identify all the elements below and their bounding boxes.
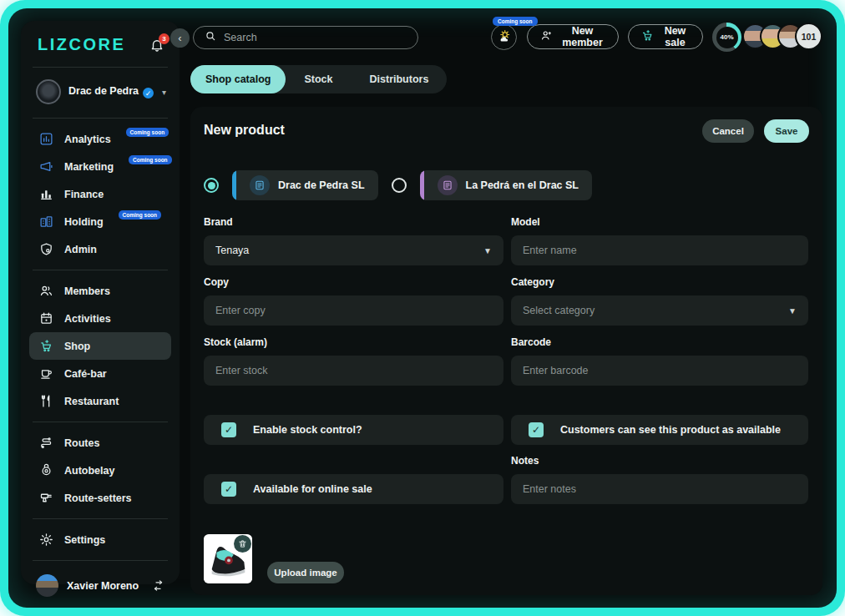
verified-badge-icon: ✓ — [143, 88, 154, 98]
model-input[interactable] — [523, 245, 797, 256]
radio-company-2[interactable] — [392, 178, 407, 193]
new-member-button[interactable]: New member — [527, 24, 619, 49]
capacity-progress-value: 40% — [716, 27, 738, 48]
capacity-progress-ring[interactable]: 40% — [712, 23, 741, 52]
members-overflow-count: 101 — [795, 23, 822, 50]
sidebar-item-marketing[interactable]: Marketing Coming soon — [29, 153, 171, 180]
cart-plus-icon — [39, 339, 53, 353]
weather-button[interactable] — [491, 24, 517, 50]
notification-count-badge: 3 — [159, 33, 170, 44]
sidebar-item-restaurant[interactable]: Restaurant — [29, 387, 171, 415]
company-chip-2[interactable]: La Pedrá en el Drac SL — [420, 170, 592, 200]
sidebar-collapse-button[interactable]: ‹ — [170, 28, 190, 48]
page-title: New product — [204, 123, 285, 138]
chevron-down-icon: ▼ — [788, 306, 797, 316]
category-select[interactable]: Select category ▼ — [511, 295, 808, 326]
users-icon — [39, 284, 53, 298]
sidebar-item-holding[interactable]: Holding Coming soon — [29, 208, 171, 235]
coming-soon-badge: Coming soon — [493, 17, 538, 26]
current-user[interactable]: Xavier Moreno — [21, 566, 180, 608]
bar-chart-icon — [39, 187, 53, 201]
product-image-thumbnail — [204, 534, 252, 583]
delete-image-button[interactable] — [234, 535, 251, 553]
org-name: Drac de Pedra✓ — [68, 85, 154, 99]
company-selector: Drac de Pedra SL La Pedrá en el Drac SL — [204, 170, 592, 200]
sidebar-item-activities[interactable]: Activities — [29, 305, 171, 332]
cart-icon — [641, 29, 654, 44]
chevron-down-icon: ▾ — [162, 88, 166, 97]
sidebar-nav: Settings — [21, 524, 180, 555]
coffee-cup-icon — [39, 366, 53, 381]
new-product-card: New product Cancel Save Drac de Pedra SL… — [190, 107, 822, 595]
sidebar-item-analytics[interactable]: Analytics Coming soon — [29, 125, 171, 153]
sidebar: LIZCORE 3 Drac de Pedra✓ ▾ Analytics Com… — [21, 21, 180, 584]
drill-icon — [39, 491, 53, 505]
sidebar-nav: Members Activities Shop Café-bar Restaur… — [21, 275, 180, 417]
members-avatar-stack[interactable]: 101 — [742, 23, 822, 50]
sidebar-nav: Analytics Coming soon Marketing Coming s… — [21, 124, 180, 265]
company-accent-bar — [232, 170, 236, 200]
buildings-icon — [39, 215, 53, 229]
radio-company-1[interactable] — [204, 178, 219, 193]
cancel-button[interactable]: Cancel — [702, 119, 754, 143]
company-chip-1[interactable]: Drac de Pedra SL — [232, 170, 378, 200]
notes-label: Notes — [511, 455, 808, 467]
tab-distributors[interactable]: Distributors — [352, 65, 448, 93]
online-sale-checkbox[interactable] — [221, 482, 236, 497]
sidebar-item-finance[interactable]: Finance — [29, 180, 171, 208]
coming-soon-badge: Coming soon — [126, 128, 170, 137]
stock-control-checkbox[interactable] — [221, 422, 236, 437]
category-label: Category — [511, 276, 808, 288]
upload-image-button[interactable]: Upload image — [267, 562, 344, 583]
calendar-icon — [39, 311, 53, 326]
copy-label: Copy — [204, 276, 503, 288]
device-frame: LIZCORE 3 Drac de Pedra✓ ▾ Analytics Com… — [0, 0, 845, 616]
app-window: LIZCORE 3 Drac de Pedra✓ ▾ Analytics Com… — [8, 8, 837, 608]
barcode-label: Barcode — [511, 336, 808, 348]
barcode-field — [511, 356, 808, 386]
sidebar-item-shop[interactable]: Shop — [29, 332, 171, 360]
stock-input[interactable] — [215, 365, 492, 376]
org-selector[interactable]: Drac de Pedra✓ ▾ — [21, 73, 180, 113]
coming-soon-badge: Coming soon — [129, 155, 172, 164]
tab-stock[interactable]: Stock — [286, 65, 351, 93]
divider — [33, 518, 168, 519]
divider — [33, 118, 168, 119]
tab-shop-catalog[interactable]: Shop catalog — [190, 65, 286, 93]
copy-field — [204, 295, 503, 326]
divider — [33, 560, 168, 561]
coming-soon-badge: Coming soon — [119, 210, 162, 220]
sidebar-item-routes[interactable]: Routes — [29, 429, 171, 457]
user-avatar — [36, 574, 58, 597]
barcode-input[interactable] — [523, 365, 797, 376]
sidebar-header: LIZCORE 3 — [21, 21, 180, 62]
brand-label: Brand — [204, 216, 503, 228]
sidebar-item-cafe-bar[interactable]: Café-bar — [29, 360, 171, 387]
invoice-icon — [250, 175, 270, 195]
route-icon — [39, 436, 53, 450]
brand-logo: LIZCORE — [38, 35, 125, 54]
copy-input[interactable] — [215, 305, 492, 316]
model-field — [511, 235, 808, 265]
notifications-bell-icon[interactable]: 3 — [149, 38, 164, 53]
visible-to-customers-checkbox[interactable] — [529, 422, 544, 437]
shop-tabs: Shop catalog Stock Distributors — [190, 65, 447, 93]
sidebar-item-autobelay[interactable]: Autobelay — [29, 457, 171, 484]
new-sale-button[interactable]: New sale — [628, 24, 703, 49]
user-name: Xavier Moreno — [67, 580, 139, 592]
sidebar-item-route-setters[interactable]: Route-setters — [29, 484, 171, 512]
save-button[interactable]: Save — [764, 119, 809, 143]
search-icon — [205, 30, 216, 45]
stock-field — [204, 356, 503, 386]
sidebar-nav: Routes Autobelay Route-setters — [21, 427, 180, 513]
sidebar-item-admin[interactable]: Admin — [29, 235, 171, 263]
sidebar-item-members[interactable]: Members — [29, 277, 171, 305]
stock-control-checkbox-panel: Enable stock control? — [204, 415, 503, 445]
gear-icon — [39, 533, 53, 547]
search-input[interactable] — [224, 32, 407, 43]
brand-select[interactable]: Tenaya ▼ — [204, 235, 503, 265]
sidebar-item-settings[interactable]: Settings — [29, 526, 171, 553]
switch-user-icon[interactable] — [152, 579, 164, 592]
notes-input[interactable] — [523, 483, 797, 495]
search-bar[interactable] — [193, 26, 418, 49]
